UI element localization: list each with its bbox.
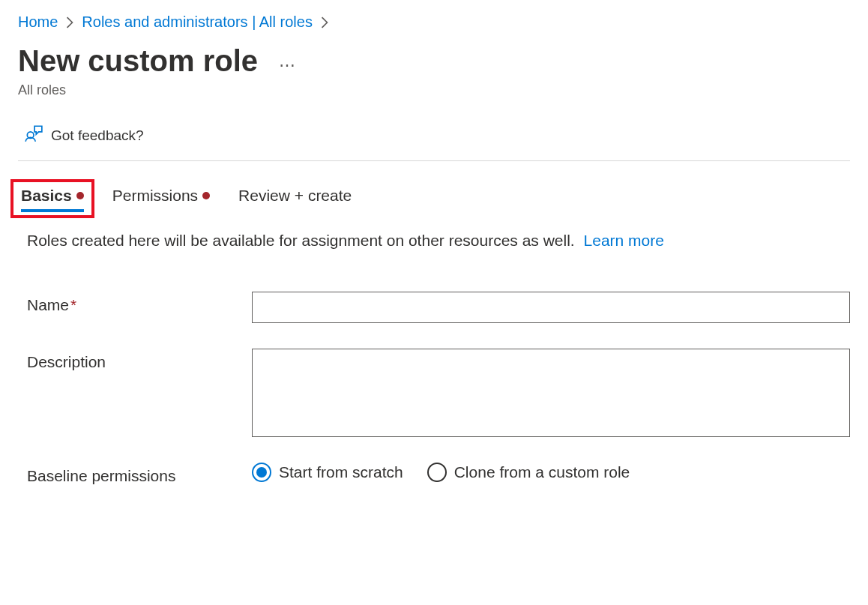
description-input[interactable] bbox=[252, 349, 850, 437]
required-indicator: * bbox=[70, 296, 76, 313]
breadcrumb-roles[interactable]: Roles and administrators | All roles bbox=[82, 13, 313, 31]
chevron-right-icon bbox=[65, 16, 74, 28]
tab-permissions[interactable]: Permissions bbox=[112, 187, 210, 211]
radio-icon bbox=[427, 463, 447, 482]
divider bbox=[18, 160, 850, 161]
radio-label: Clone from a custom role bbox=[454, 463, 630, 481]
tab-review-create[interactable]: Review + create bbox=[238, 187, 352, 211]
baseline-permissions-group: Start from scratch Clone from a custom r… bbox=[252, 463, 630, 482]
tab-basics-highlight: Basics bbox=[10, 179, 94, 218]
info-text: Roles created here will be available for… bbox=[18, 232, 850, 250]
learn-more-link[interactable]: Learn more bbox=[584, 232, 664, 249]
error-indicator-icon bbox=[202, 192, 210, 199]
breadcrumb: Home Roles and administrators | All role… bbox=[18, 13, 850, 31]
name-input[interactable] bbox=[252, 292, 850, 323]
baseline-permissions-label: Baseline permissions bbox=[27, 463, 252, 485]
feedback-icon bbox=[24, 124, 43, 147]
chevron-right-icon bbox=[320, 16, 329, 28]
tab-label: Permissions bbox=[112, 187, 198, 205]
page-title: New custom role bbox=[18, 44, 258, 78]
more-actions-button[interactable]: ⋯ bbox=[279, 48, 297, 75]
feedback-button[interactable]: Got feedback? bbox=[18, 119, 150, 160]
radio-icon bbox=[252, 463, 271, 482]
baseline-option-clone[interactable]: Clone from a custom role bbox=[427, 463, 630, 482]
breadcrumb-home[interactable]: Home bbox=[18, 13, 58, 31]
radio-label: Start from scratch bbox=[279, 463, 403, 481]
description-label: Description bbox=[27, 349, 252, 371]
name-label: Name* bbox=[27, 292, 252, 314]
feedback-label: Got feedback? bbox=[51, 127, 144, 144]
tabs: Basics Permissions Review + create bbox=[18, 187, 850, 211]
tab-basics[interactable]: Basics bbox=[21, 187, 84, 211]
tab-label: Review + create bbox=[238, 187, 352, 205]
tab-label: Basics bbox=[21, 187, 72, 205]
page-subtitle: All roles bbox=[18, 82, 850, 98]
error-indicator-icon bbox=[76, 192, 84, 199]
baseline-option-scratch[interactable]: Start from scratch bbox=[252, 463, 403, 482]
